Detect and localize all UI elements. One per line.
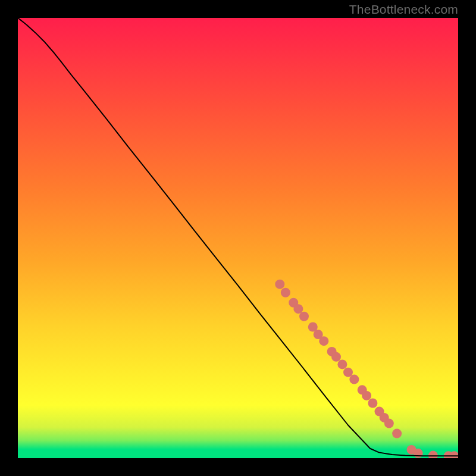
data-marker <box>362 391 371 400</box>
data-marker <box>368 399 377 408</box>
data-marker <box>331 352 341 362</box>
watermark-label: TheBottleneck.com <box>349 2 458 17</box>
data-marker <box>392 429 402 439</box>
data-marker <box>414 449 423 458</box>
data-marker <box>319 336 328 346</box>
plot-area <box>18 18 458 458</box>
data-marker <box>337 359 347 369</box>
gradient-background <box>18 18 458 458</box>
data-marker <box>293 304 303 314</box>
data-marker <box>384 419 394 428</box>
chart-svg <box>18 18 458 458</box>
data-marker <box>349 375 359 384</box>
chart-frame: TheBottleneck.com <box>0 0 476 476</box>
data-marker <box>281 288 290 298</box>
data-marker <box>275 280 284 289</box>
data-marker <box>299 312 309 321</box>
